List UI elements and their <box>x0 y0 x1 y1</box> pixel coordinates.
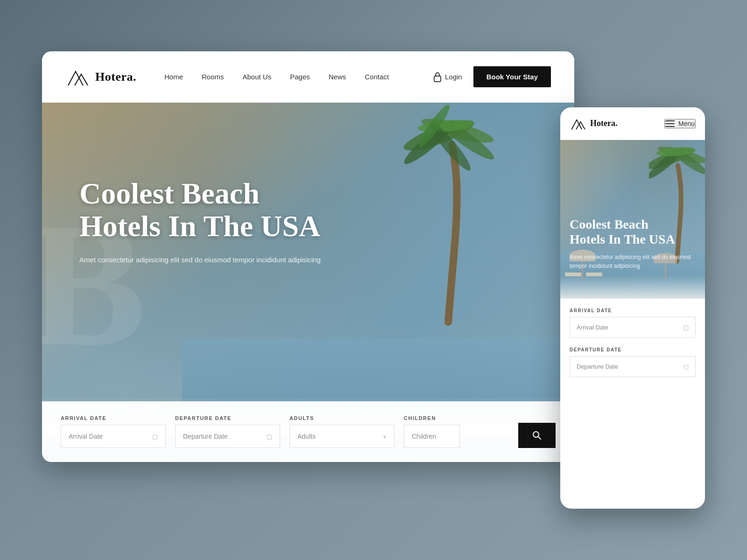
mobile-lounge-chairs <box>565 273 602 276</box>
hero-subtitle: Amet consectetur adipisicing elit sed do… <box>79 254 321 266</box>
mobile-hero-title: Coolest Beach Hotels In The USA <box>570 217 696 247</box>
mobile-logo[interactable]: Hotera. <box>570 117 617 131</box>
book-stay-button[interactable]: Book Your Stay <box>473 66 551 87</box>
departure-field: DEPARTURE DATE Departure Date ▢ <box>175 415 280 448</box>
calendar-icon-departure: ▢ <box>267 433 272 440</box>
children-input[interactable]: Children <box>404 425 460 448</box>
desktop-hero: B Coolest Beach Hotels In The USA Amet c… <box>42 103 574 462</box>
desktop-logo-text: Hotera. <box>95 70 136 84</box>
hero-content: Coolest Beach Hotels In The USA Amet con… <box>79 177 321 266</box>
arrival-input[interactable]: Arrival Date ▢ <box>61 425 166 448</box>
lock-icon <box>434 72 441 82</box>
mobile-departure-input[interactable]: Departure Date ▢ <box>570 356 696 377</box>
mobile-mountain-icon <box>570 117 586 131</box>
hero-title: Coolest Beach Hotels In The USA <box>79 177 321 243</box>
nav-pages[interactable]: Pages <box>290 73 310 81</box>
nav-right: Login Book Your Stay <box>434 66 551 87</box>
chevron-down-icon-adults: ∨ <box>383 434 387 440</box>
mobile-departure-field: DEPARTURE DATE Departure Date ▢ <box>570 347 696 377</box>
desktop-navbar: Hotera. Home Rooms About Us Pages News C… <box>42 51 574 103</box>
children-field: CHILDREN Children <box>404 415 509 448</box>
nav-rooms[interactable]: Rooms <box>202 73 224 81</box>
mobile-departure-label: DEPARTURE DATE <box>570 347 696 352</box>
mobile-calendar-icon-departure: ▢ <box>684 364 689 370</box>
svg-rect-0 <box>434 76 441 82</box>
mobile-arrival-input[interactable]: Arrival Date ▢ <box>570 317 696 338</box>
menu-label: Menu <box>678 120 695 127</box>
mobile-hero: Coolest Beach Hotels In The USA Amet con… <box>560 140 705 299</box>
arrival-field: ARRIVAL DATE Arrival Date ▢ <box>61 415 166 448</box>
adults-field: ADULTS Adults ∨ <box>289 415 395 448</box>
desktop-mockup: Hotera. Home Rooms About Us Pages News C… <box>42 51 574 462</box>
nav-news[interactable]: News <box>329 73 346 81</box>
desktop-nav-links: Home Rooms About Us Pages News Contact <box>164 73 434 81</box>
search-button[interactable] <box>518 423 556 448</box>
login-label: Login <box>445 73 462 81</box>
adults-select[interactable]: Adults ∨ <box>289 425 395 448</box>
mobile-mockup: Hotera. Menu <box>560 107 705 509</box>
mobile-menu-button[interactable]: Menu <box>664 119 696 128</box>
mobile-navbar: Hotera. Menu <box>560 107 705 140</box>
svg-line-9 <box>538 437 541 440</box>
mobile-arrival-label: ARRIVAL DATE <box>570 308 696 313</box>
mountain-icon <box>65 67 90 87</box>
desktop-logo[interactable]: Hotera. <box>65 67 136 87</box>
desktop-booking-bar: ARRIVAL DATE Arrival Date ▢ DEPARTURE DA… <box>42 401 574 462</box>
palm-tree-icon <box>402 103 495 331</box>
children-label: CHILDREN <box>404 415 509 421</box>
hamburger-icon <box>665 120 675 127</box>
mobile-calendar-icon-arrival: ▢ <box>684 324 689 331</box>
search-icon <box>532 431 542 440</box>
nav-home[interactable]: Home <box>164 73 183 81</box>
mobile-logo-text: Hotera. <box>590 119 617 128</box>
mobile-hero-content: Coolest Beach Hotels In The USA Amet con… <box>570 217 696 271</box>
mobile-hero-subtitle: Amet consectetur adipisicing elit sed do… <box>570 253 696 271</box>
nav-about[interactable]: About Us <box>243 73 272 81</box>
arrival-label: ARRIVAL DATE <box>61 415 166 421</box>
adults-label: ADULTS <box>289 415 395 421</box>
mobile-booking-section: ARRIVAL DATE Arrival Date ▢ DEPARTURE DA… <box>560 299 705 396</box>
nav-contact[interactable]: Contact <box>365 73 389 81</box>
departure-input[interactable]: Departure Date ▢ <box>175 425 280 448</box>
departure-label: DEPARTURE DATE <box>175 415 280 421</box>
calendar-icon-arrival: ▢ <box>152 433 158 440</box>
login-button[interactable]: Login <box>434 72 462 82</box>
mobile-arrival-field: ARRIVAL DATE Arrival Date ▢ <box>570 308 696 338</box>
